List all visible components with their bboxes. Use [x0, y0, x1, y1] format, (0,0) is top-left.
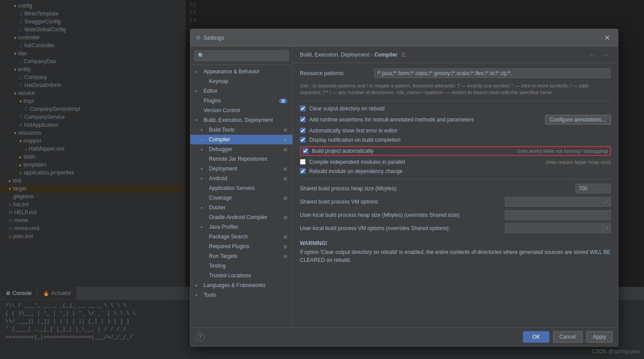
- nav-back-button[interactable]: ←: [586, 50, 598, 59]
- sidebar-item-remote-jar-repositories[interactable]: Remote Jar Repositories: [190, 154, 292, 164]
- sidebar-item-label-android: Android: [209, 175, 227, 181]
- shared-vm-input[interactable]: [505, 197, 603, 206]
- sidebar-item-required-plugins[interactable]: Required Plugins⊞: [190, 242, 292, 251]
- build-automatically-checkbox[interactable]: [303, 148, 308, 154]
- user-heap-input[interactable]: [505, 210, 611, 220]
- sidebar-item-label-application-servers: Application Servers: [209, 185, 254, 191]
- sidebar-item-testing[interactable]: Testing: [190, 261, 292, 271]
- sidebar-item-docker[interactable]: ▸Docker: [190, 203, 292, 212]
- user-heap-label: User-local build process heap size (Mbyt…: [300, 212, 501, 218]
- sidebar-item-label-build-tools: Build Tools: [209, 127, 235, 133]
- sidebar-item-application-servers[interactable]: Application Servers: [190, 183, 292, 193]
- nav-arrows: ← →: [586, 50, 611, 59]
- settings-icon-run-targets: ⊞: [284, 254, 287, 259]
- display-notification-checkbox[interactable]: [300, 137, 306, 143]
- sidebar-item-build-tools[interactable]: ▸Build Tools⊞: [190, 125, 292, 135]
- settings-search-input[interactable]: [194, 50, 289, 61]
- settings-icon-debugger: ⊞: [284, 147, 287, 152]
- runtime-assertions-checkbox[interactable]: [300, 117, 306, 122]
- shared-vm-expand-button[interactable]: ⤢: [603, 198, 610, 205]
- user-vm-input[interactable]: [505, 224, 603, 233]
- sidebar-item-label-version-control: Version Control: [204, 107, 240, 113]
- cancel-button[interactable]: Cancel: [553, 331, 583, 343]
- sidebar-item-coverage[interactable]: Coverage⊞: [190, 193, 292, 203]
- expand-icon-android: ▸: [201, 176, 207, 181]
- sidebar-item-trusted-locations[interactable]: Trusted Locations: [190, 271, 292, 280]
- sidebar-item-editor[interactable]: ▸Editor: [190, 86, 292, 96]
- sidebar-item-tools[interactable]: ▸Tools: [190, 290, 292, 300]
- divider-2: [300, 179, 611, 179]
- expand-icon-build-execution-deployment: ▾: [196, 118, 202, 122]
- clear-output-label: Clear output directory on rebuild: [309, 106, 385, 112]
- resource-patterns-row: Resource patterns:: [300, 68, 611, 78]
- help-button[interactable]: ?: [196, 333, 205, 341]
- sidebar-item-label-trusted-locations: Trusted Locations: [209, 272, 251, 279]
- sidebar-item-android[interactable]: ▸Android⊞: [190, 174, 292, 183]
- sidebar-item-label-run-targets: Run Targets: [209, 253, 237, 259]
- apply-button[interactable]: Apply: [586, 331, 613, 343]
- sidebar-item-java-profiler[interactable]: ▸Java Profiler: [190, 222, 292, 232]
- expand-icon-docker: ▸: [201, 205, 207, 210]
- shared-vm-label: Shared build process VM options:: [300, 199, 501, 205]
- rebuild-module-row: Rebuild module on dependency change: [300, 168, 611, 174]
- user-vm-label: User-local build process VM options (ove…: [300, 225, 501, 231]
- user-vm-expand-button[interactable]: ⤢: [603, 225, 610, 231]
- sidebar-item-languages-frameworks[interactable]: ▸Languages & Frameworks: [190, 280, 292, 290]
- clear-output-checkbox[interactable]: [300, 106, 306, 111]
- expand-icon-debugger: ▸: [201, 147, 207, 151]
- user-vm-input-container: ⤢: [505, 223, 611, 233]
- nav-forward-button[interactable]: →: [599, 50, 611, 59]
- ide-background: ▾configCMinioTemplateCSwaggerConfigCWebG…: [0, 0, 644, 359]
- sidebar-item-version-control[interactable]: Version Control: [190, 106, 292, 115]
- settings-icon-gradle-android-compiler: ⊞: [284, 215, 287, 220]
- plugins-badge: ⊞: [279, 98, 287, 103]
- sidebar-item-label-plugins: Plugins: [204, 98, 221, 104]
- sidebar-item-run-targets[interactable]: Run Targets⊞: [190, 251, 292, 261]
- settings-icon-package-search: ⊞: [284, 234, 287, 239]
- sidebar-item-label-deployment: Deployment: [209, 166, 237, 172]
- shared-heap-label: Shared build process heap size (Mbytes):: [300, 185, 572, 192]
- sidebar-item-keymap[interactable]: Keymap: [190, 76, 292, 86]
- settings-icon-android: ⊞: [284, 176, 287, 181]
- build-automatically-row: Build project automatically (only works …: [300, 146, 611, 156]
- dialog-body: ▸Appearance & BehaviorKeymap▸EditorPlugi…: [190, 47, 618, 327]
- sidebar-item-package-search[interactable]: Package Search⊞: [190, 232, 292, 242]
- resource-patterns-input[interactable]: [374, 68, 611, 78]
- expand-icon-deployment: ▸: [201, 166, 207, 171]
- ok-button[interactable]: OK: [523, 331, 549, 343]
- shared-vm-row: Shared build process VM options: ⤢: [300, 197, 611, 207]
- settings-sidebar: ▸Appearance & BehaviorKeymap▸EditorPlugi…: [190, 47, 293, 327]
- compile-parallel-label: Compile independent modules in parallel: [309, 159, 525, 165]
- sidebar-item-gradle-android-compiler[interactable]: Gradle-Android Compiler⊞: [190, 212, 292, 222]
- expand-icon-tools: ▸: [196, 293, 202, 297]
- resource-patterns-label: Resource patterns:: [300, 68, 371, 76]
- settings-icon-required-plugins: ⊞: [284, 244, 287, 249]
- settings-icon-compiler: ⊞: [284, 137, 287, 142]
- sidebar-item-label-required-plugins: Required Plugins: [209, 243, 249, 249]
- compile-parallel-checkbox[interactable]: [300, 159, 306, 165]
- dialog-close-button[interactable]: ✕: [602, 33, 613, 43]
- settings-icon-build-tools: ⊞: [284, 128, 287, 132]
- sidebar-item-compiler[interactable]: ▸Compiler⊞: [190, 135, 292, 144]
- shared-heap-row: Shared build process heap size (Mbytes):: [300, 184, 611, 193]
- build-automatically-note: (only works while not running / debuggin…: [500, 148, 608, 154]
- show-first-error-label: Automatically show first error in editor: [309, 128, 398, 134]
- sidebar-item-deployment[interactable]: ▸Deployment⊞: [190, 164, 292, 174]
- compile-parallel-note: (may require larger heap size): [528, 159, 611, 165]
- clear-output-row: Clear output directory on rebuild: [300, 106, 611, 112]
- sidebar-item-appearance-behavior[interactable]: ▸Appearance & Behavior: [190, 67, 292, 76]
- show-first-error-checkbox[interactable]: [300, 128, 306, 133]
- configure-annotations-button[interactable]: Configure annotations...: [545, 115, 611, 125]
- sidebar-item-label-appearance-behavior: Appearance & Behavior: [204, 68, 260, 75]
- shared-heap-input[interactable]: [576, 184, 611, 193]
- rebuild-module-checkbox[interactable]: [300, 168, 306, 174]
- sidebar-item-plugins[interactable]: Plugins⊞: [190, 96, 292, 106]
- user-heap-row: User-local build process heap size (Mbyt…: [300, 210, 611, 220]
- sidebar-item-build-execution-deployment[interactable]: ▾Build, Execution, Deployment: [190, 115, 292, 125]
- warning-text: If option 'Clear output directory on reb…: [300, 248, 611, 264]
- rebuild-module-label: Rebuild module on dependency change: [309, 168, 403, 174]
- sidebar-item-debugger[interactable]: ▸Debugger⊞: [190, 144, 292, 154]
- expand-icon-build-tools: ▸: [201, 128, 207, 132]
- sidebar-item-label-languages-frameworks: Languages & Frameworks: [204, 282, 265, 288]
- settings-dialog: ⚙ Settings ✕ ▸Appearance & BehaviorKeyma…: [190, 29, 618, 347]
